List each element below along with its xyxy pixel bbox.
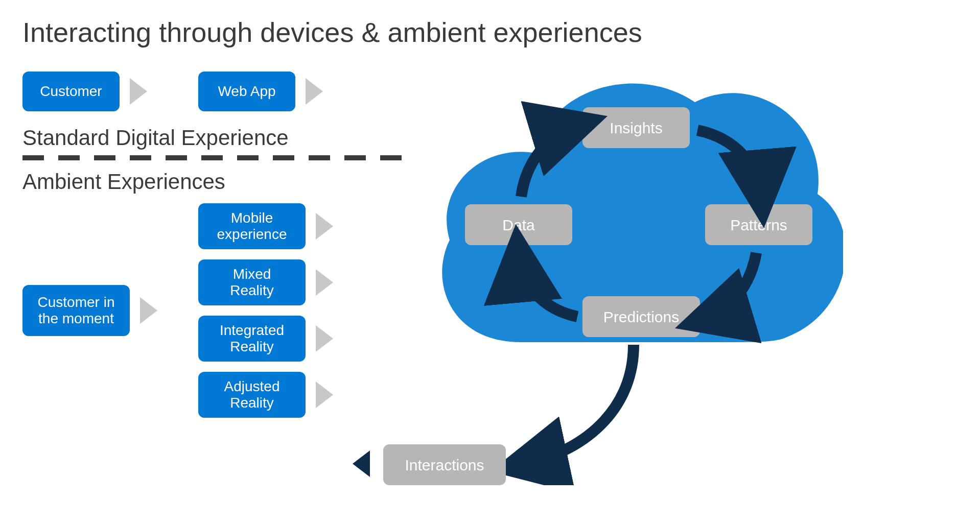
box-web-app: Web App (198, 72, 295, 111)
box-integrated-reality: Integrated Reality (198, 316, 306, 362)
chevron-right-icon (316, 213, 333, 240)
box-customer: Customer (22, 72, 120, 111)
ambient-grid: Customer in the moment Mobile experience… (22, 203, 411, 418)
chevron-right-icon (306, 78, 323, 105)
slide-title: Interacting through devices & ambient ex… (22, 16, 958, 48)
chevron-right-icon (316, 382, 333, 408)
divider-dashed (22, 155, 411, 160)
box-mobile-experience: Mobile experience (198, 203, 306, 249)
chevron-right-icon (130, 78, 147, 105)
slide: Interacting through devices & ambient ex… (0, 0, 980, 524)
box-mixed-reality: Mixed Reality (198, 259, 306, 305)
ambient-right-col: Mobile experience Mixed Reality Integrat… (198, 203, 333, 418)
chevron-right-icon (316, 269, 333, 296)
node-interactions: Interactions (383, 444, 506, 485)
box-customer-moment: Customer in the moment (22, 285, 130, 336)
chevron-left-icon (353, 450, 370, 477)
ambient-section-label: Ambient Experiences (22, 170, 411, 194)
box-adjusted-reality: Adjusted Reality (198, 372, 306, 418)
chevron-right-icon (140, 297, 157, 324)
chevron-right-icon (316, 325, 333, 352)
interactions-row: Interactions (419, 444, 542, 485)
standard-section-label: Standard Digital Experience (22, 126, 411, 150)
ambient-left-col: Customer in the moment (22, 285, 157, 336)
cloud-area: Insights Patterns Predictions Data (419, 56, 843, 424)
standard-flow-row: Customer Web App (22, 72, 411, 111)
left-column: Customer Web App Standard Digital Experi… (22, 72, 411, 418)
cycle-arrows (419, 56, 843, 485)
